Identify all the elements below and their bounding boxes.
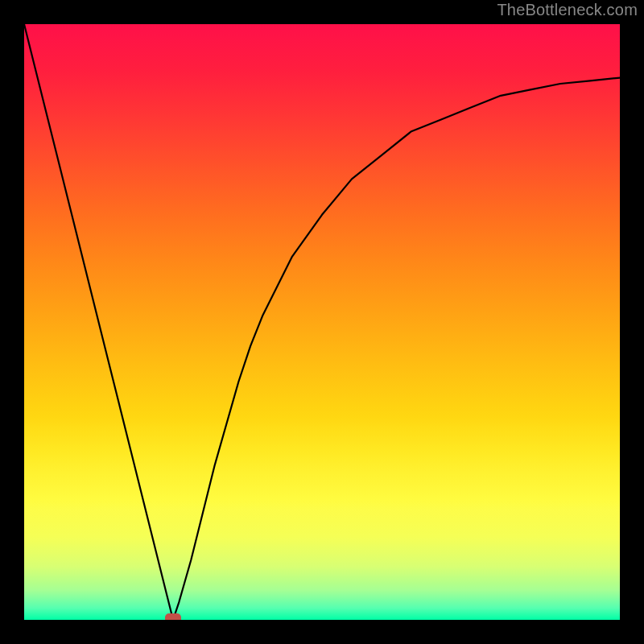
bottleneck-curve — [24, 24, 620, 620]
plot-area — [24, 24, 620, 620]
chart-frame: TheBottleneck.com — [0, 0, 644, 644]
curve-layer — [24, 24, 620, 620]
watermark-label: TheBottleneck.com — [497, 1, 638, 19]
minimum-point-marker — [165, 613, 181, 620]
